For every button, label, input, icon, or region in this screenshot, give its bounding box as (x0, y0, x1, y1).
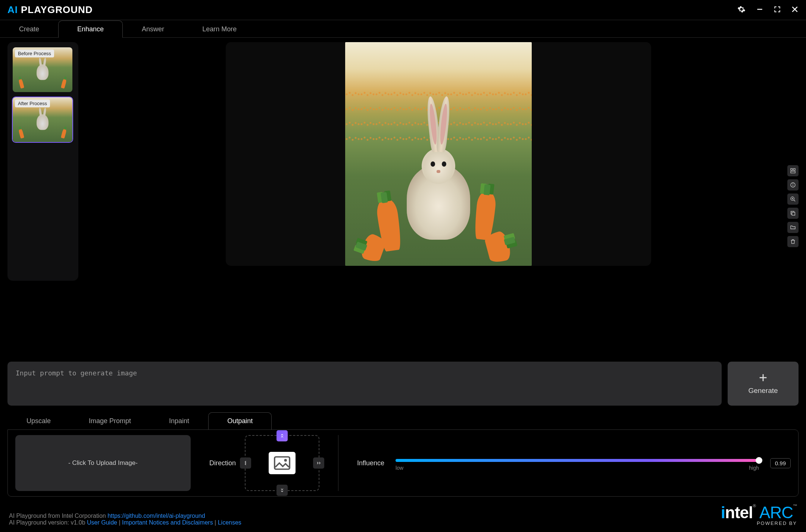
close-icon[interactable] (791, 6, 799, 15)
info-icon[interactable] (787, 179, 799, 191)
svg-point-17 (284, 459, 287, 462)
logo-ai: AI (7, 4, 18, 16)
svg-rect-5 (791, 171, 795, 173)
trash-icon[interactable] (787, 236, 799, 247)
app-logo: AI PLAYGROUND (7, 4, 93, 16)
enhance-sub-tabs: Upscale Image Prompt Inpaint Outpaint (7, 412, 799, 429)
svg-point-8 (793, 184, 793, 184)
badge-before: Before Process (15, 50, 54, 57)
subtab-image-prompt[interactable]: Image Prompt (70, 412, 150, 429)
subtab-inpaint[interactable]: Inpaint (150, 412, 208, 429)
generate-button[interactable]: Generate (728, 362, 799, 406)
slider-high-label: high (749, 465, 759, 471)
footer: AI Playground from Intel Corporation htt… (0, 497, 806, 532)
canvas-background (226, 42, 651, 266)
footer-repo-link[interactable]: https://github.com/intel/ai-playground (107, 513, 205, 519)
footer-licenses-link[interactable]: Licenses (218, 519, 241, 526)
maximize-icon[interactable] (774, 6, 781, 14)
slider-low-label: low (396, 465, 403, 471)
svg-rect-4 (793, 169, 795, 170)
main-tabs: Create Enhance Answer Learn More (0, 20, 806, 38)
prompt-row: Generate (7, 362, 799, 406)
main-image (345, 42, 532, 266)
subtab-upscale[interactable]: Upscale (7, 412, 70, 429)
window-controls (737, 5, 799, 15)
zoom-icon[interactable] (787, 193, 799, 205)
footer-line2-prefix: AI Playground version: v1.0b (9, 519, 87, 526)
subtab-outpaint[interactable]: Outpaint (208, 412, 272, 429)
footer-right: intel®ARC™ POWERED BY (721, 503, 797, 526)
footer-left: AI Playground from Intel Corporation htt… (9, 513, 241, 526)
outpaint-panel: - Click To Upload Image- Direction Influ… (7, 429, 799, 497)
svg-rect-3 (791, 169, 793, 170)
tab-answer[interactable]: Answer (123, 21, 183, 38)
svg-line-10 (794, 200, 795, 201)
layout-icon[interactable] (787, 165, 799, 176)
direction-left[interactable] (240, 457, 251, 469)
prompt-input[interactable] (7, 362, 722, 406)
minimize-icon[interactable] (756, 6, 763, 15)
influence-value: 0.99 (770, 458, 791, 468)
svg-rect-16 (275, 457, 290, 469)
footer-notices-link[interactable]: Important Notices and Disclaimers (122, 519, 213, 526)
copy-icon[interactable] (787, 208, 799, 219)
tab-enhance[interactable]: Enhance (58, 21, 123, 38)
svg-rect-13 (792, 212, 795, 215)
direction-block: Direction (209, 435, 338, 491)
titlebar: AI PLAYGROUND (0, 0, 806, 20)
direction-label: Direction (209, 459, 236, 467)
direction-center-icon (269, 452, 296, 474)
influence-block: Influence low high 0.99 (357, 455, 791, 471)
image-actions (787, 165, 799, 247)
thumbnail-before[interactable]: Before Process (13, 47, 72, 92)
influence-slider[interactable]: low high (396, 455, 759, 471)
preview-row: Before Process After Process (7, 42, 799, 356)
tab-learn-more[interactable]: Learn More (183, 21, 256, 38)
workspace: Before Process After Process (0, 38, 806, 497)
logo-playground: PLAYGROUND (21, 4, 93, 16)
direction-up[interactable] (277, 430, 288, 441)
footer-user-guide-link[interactable]: User Guide (87, 519, 117, 526)
folder-icon[interactable] (787, 222, 799, 233)
direction-right[interactable] (313, 457, 324, 469)
thumbnail-after[interactable]: After Process (13, 97, 72, 142)
upload-label: - Click To Upload Image- (68, 459, 138, 467)
tab-create[interactable]: Create (0, 21, 58, 38)
canvas-area (78, 42, 799, 356)
gear-icon[interactable] (737, 5, 746, 15)
thumbnail-panel: Before Process After Process (7, 42, 78, 281)
intel-arc-logo: intel®ARC™ (721, 503, 797, 522)
badge-after: After Process (15, 100, 50, 107)
direction-down[interactable] (277, 485, 288, 496)
influence-label: Influence (357, 459, 384, 467)
generate-label: Generate (748, 387, 778, 395)
direction-grid (245, 435, 319, 491)
upload-image-box[interactable]: - Click To Upload Image- (15, 435, 191, 491)
footer-line1-prefix: AI Playground from Intel Corporation (9, 513, 107, 519)
